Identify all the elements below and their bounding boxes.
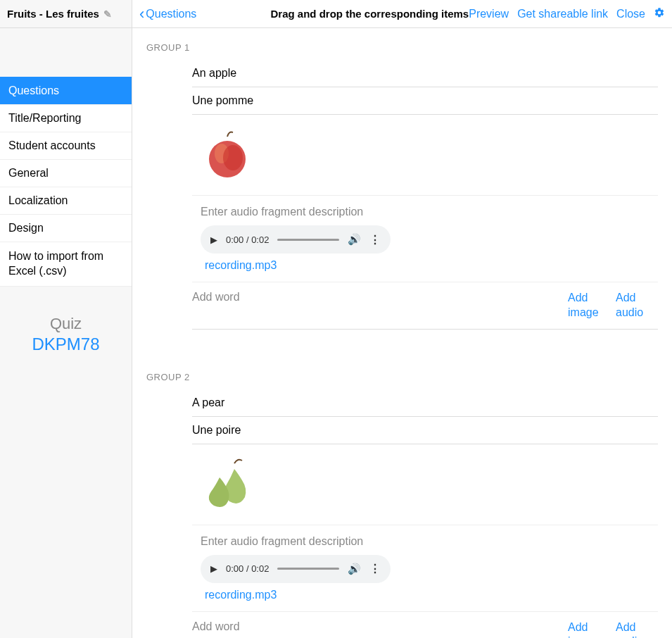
main: ‹ Questions Drag and drop the correspond… [132,0,672,638]
audio-row: Enter audio fragment description ▶ 0:00 … [192,525,658,612]
group-title: GROUP 1 [146,42,658,53]
group-2: GROUP 2 A pear Une poire Enter audio fra… [146,372,658,638]
svg-point-2 [223,145,243,170]
actions-row: Add word Add image Add audio [192,612,658,638]
group-image-apple [192,123,262,187]
sidebar-item-label: Student accounts [8,139,96,151]
edit-title-icon[interactable]: ✎ [103,8,112,20]
add-word-input[interactable]: Add word [192,291,562,304]
sidebar-item-label: How to import from Excel (.csv) [8,250,103,277]
sidebar-item-localization[interactable]: Localization [0,187,132,215]
sidebar-item-design[interactable]: Design [0,214,132,242]
play-icon[interactable]: ▶ [210,563,217,574]
gear-icon[interactable] [654,7,665,21]
quiz-title: Fruits - Les fruites [7,8,99,20]
word-text: An apple [192,67,236,79]
audio-description-input[interactable]: Enter audio fragment description [201,535,658,548]
preview-button[interactable]: Preview [469,8,509,20]
sidebar-nav: Questions Title/Reporting Student accoun… [0,77,132,287]
share-link-button[interactable]: Get shareable link [517,8,608,20]
play-icon[interactable]: ▶ [210,234,217,245]
page-title: Drag and drop the corresponding items [271,8,469,20]
volume-icon[interactable]: 🔊 [348,233,361,246]
sidebar-item-label: Title/Reporting [8,112,81,124]
topbar-actions: Preview Get shareable link Close [469,7,665,21]
audio-player: ▶ 0:00 / 0:02 🔊 ⋮ [201,225,391,254]
add-image-button[interactable]: Add image [568,291,610,320]
sidebar-item-student-accounts[interactable]: Student accounts [0,132,132,160]
back-button[interactable]: ‹ Questions [139,6,196,22]
image-row[interactable] [192,444,658,525]
image-row[interactable] [192,115,658,196]
actions-row: Add word Add image Add audio [192,282,658,330]
sidebar-item-questions[interactable]: Questions [0,77,132,105]
audio-menu-icon[interactable]: ⋮ [369,562,381,575]
audio-player: ▶ 0:00 / 0:02 🔊 ⋮ [201,555,391,583]
word-row[interactable]: An apple [192,60,658,87]
quiz-code[interactable]: DKPM78 [0,334,132,354]
group-divider [146,330,658,358]
quiz-label: Quiz [0,315,132,333]
topbar: ‹ Questions Drag and drop the correspond… [132,0,672,28]
audio-progress-track[interactable] [277,239,339,241]
word-row[interactable]: Une pomme [192,87,658,115]
sidebar-item-label: General [8,167,49,179]
chevron-left-icon: ‹ [139,6,144,22]
sidebar-item-label: Design [8,222,44,234]
group-1: GROUP 1 An apple Une pomme Enter audio [146,42,658,330]
quiz-code-block: Quiz DKPM78 [0,315,132,354]
word-row[interactable]: Une poire [192,417,658,444]
audio-file-link[interactable]: recording.mp3 [205,589,658,601]
audio-menu-icon[interactable]: ⋮ [369,233,381,246]
back-label: Questions [146,8,196,20]
sidebar: Fruits - Les fruites ✎ Questions Title/R… [0,0,132,638]
word-text: A pear [192,396,224,408]
audio-time: 0:00 / 0:02 [226,234,269,245]
volume-icon[interactable]: 🔊 [348,563,361,575]
sidebar-item-general[interactable]: General [0,159,132,187]
audio-time: 0:00 / 0:02 [226,563,269,574]
add-word-input[interactable]: Add word [192,620,562,633]
group-image-pear [192,453,262,516]
audio-file-link[interactable]: recording.mp3 [205,259,658,272]
add-audio-button[interactable]: Add audio [616,620,658,638]
audio-description-input[interactable]: Enter audio fragment description [201,206,658,218]
audio-progress-track[interactable] [277,568,339,570]
sidebar-item-title-reporting[interactable]: Title/Reporting [0,104,132,132]
word-row[interactable]: A pear [192,389,658,417]
close-button[interactable]: Close [616,8,645,20]
sidebar-item-import-excel[interactable]: How to import from Excel (.csv) [0,242,132,287]
sidebar-header: Fruits - Les fruites ✎ [0,0,132,28]
group-title: GROUP 2 [146,372,658,382]
content: GROUP 1 An apple Une pomme Enter audio [132,28,672,638]
sidebar-item-label: Questions [8,85,59,96]
word-text: Une poire [192,424,241,436]
add-image-button[interactable]: Add image [568,620,610,638]
word-text: Une pomme [192,94,253,106]
add-audio-button[interactable]: Add audio [616,291,658,320]
audio-row: Enter audio fragment description ▶ 0:00 … [192,196,658,282]
sidebar-item-label: Localization [8,194,68,206]
